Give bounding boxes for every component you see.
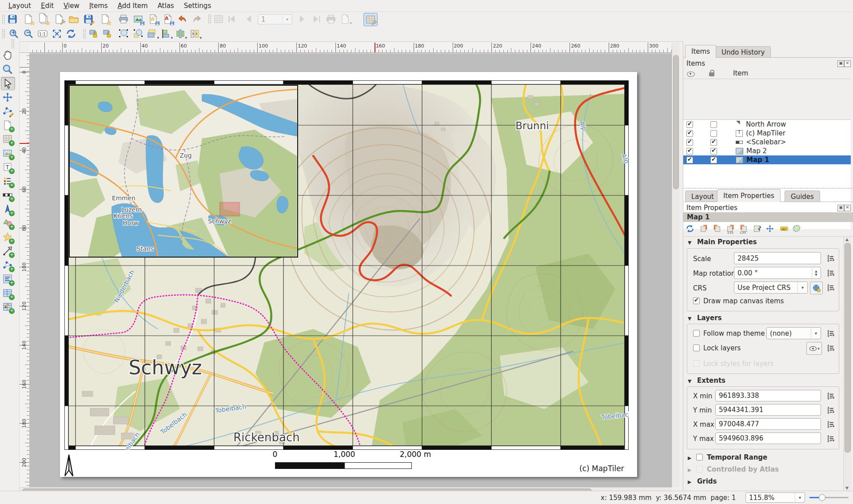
scale-override-button[interactable] — [825, 253, 836, 263]
tab-item-properties[interactable]: Item Properties — [717, 189, 781, 202]
undo-button[interactable] — [175, 13, 188, 25]
toolbar-handle[interactable] — [208, 14, 211, 24]
close-panel-icon[interactable]: ✕ — [844, 60, 851, 67]
xmax-input[interactable]: 970048.477 — [715, 418, 821, 430]
add-north-arrow-tool[interactable]: + — [1, 203, 14, 215]
ymin-input[interactable]: 5944341.391 — [715, 404, 821, 416]
zoom-out-button[interactable]: − — [22, 28, 35, 40]
float-panel-icon[interactable]: ▣ — [837, 205, 844, 211]
properties-scrollbar-thumb[interactable] — [845, 243, 851, 452]
map-rotation-spinbox[interactable]: 0.00 °▲▼ — [734, 267, 821, 279]
save-project-button[interactable] — [6, 13, 19, 25]
align-items-button[interactable]: ▾ — [159, 28, 173, 40]
layout-canvas[interactable]: Schwyz Rickenbach Brunni Tobelbach Tobel… — [29, 53, 672, 487]
ymax-override-button[interactable] — [825, 433, 836, 444]
export-pdf-button[interactable]: A — [161, 13, 175, 25]
add-pages-button[interactable] — [99, 13, 112, 25]
menu-add-item[interactable]: Add Item — [113, 0, 153, 11]
zoom-slider[interactable] — [809, 497, 849, 498]
scroll-down-icon[interactable]: ▼ — [845, 486, 849, 490]
add-picture-tool[interactable]: + — [1, 147, 14, 159]
toolbar-handle[interactable] — [2, 29, 5, 39]
float-panel-icon[interactable]: ▣ — [837, 60, 844, 67]
item-lock-checkbox[interactable] — [710, 148, 717, 155]
zoom-level-combo[interactable]: 115.8%▾ — [745, 492, 805, 503]
toolbar-handle[interactable] — [83, 29, 86, 39]
tab-undo-history[interactable]: Undo History — [715, 46, 771, 58]
add-page-tool[interactable]: + — [1, 119, 14, 131]
zoom-actual-button[interactable]: 1:1 — [36, 28, 49, 40]
add-label-tool[interactable]: T+ — [1, 161, 14, 173]
add-attribute-table-tool[interactable]: + — [1, 287, 14, 299]
items-tree-row[interactable]: North Arrow — [683, 120, 851, 129]
duplicate-layout-button[interactable] — [37, 13, 51, 25]
refresh-map-preview-button[interactable] — [684, 223, 696, 234]
menu-layout[interactable]: Layout — [4, 0, 36, 11]
atlas-previous-feature-button[interactable] — [242, 13, 255, 25]
lock-layers-override-button[interactable] — [825, 343, 836, 353]
redo-button[interactable] — [191, 13, 204, 25]
add-scalebar-tool[interactable]: + — [1, 189, 14, 201]
crs-override-button[interactable] — [825, 282, 836, 293]
main-properties-header[interactable]: Main Properties — [697, 238, 757, 246]
tab-layout[interactable]: Layout — [685, 190, 720, 202]
tab-guides[interactable]: Guides — [785, 190, 820, 202]
select-move-item-tool[interactable] — [1, 77, 15, 90]
theme-override-button[interactable] — [825, 328, 836, 338]
item-lock-checkbox[interactable] — [710, 157, 717, 163]
resize-items-button[interactable]: ▾ — [188, 28, 202, 40]
add-html-tool[interactable]: + — [1, 273, 14, 285]
atlas-settings-button[interactable] — [363, 13, 378, 26]
atlas-first-feature-button[interactable] — [226, 13, 239, 25]
move-item-content-tool[interactable] — [1, 91, 14, 103]
add-fixed-table-tool[interactable]: + — [1, 301, 14, 313]
scale-input[interactable]: 28425 — [734, 252, 821, 264]
preview-atlas-button[interactable] — [212, 13, 225, 25]
item-visibility-checkbox[interactable] — [686, 130, 693, 137]
menu-edit[interactable]: Edit — [36, 0, 59, 11]
new-layout-button[interactable] — [22, 13, 35, 25]
export-image-button[interactable] — [132, 13, 145, 25]
toolbar-handle[interactable] — [12, 39, 15, 49]
layers-header[interactable]: Layers — [697, 314, 722, 322]
print-atlas-button[interactable] — [324, 13, 338, 25]
visible-layers-button[interactable]: ▾ — [806, 342, 822, 355]
atlas-next-feature-button[interactable] — [295, 13, 309, 25]
items-tree-row[interactable]: Map 1 — [683, 155, 851, 164]
xmax-override-button[interactable] — [825, 419, 836, 429]
lock-layers-checkbox[interactable] — [693, 345, 700, 351]
atlas-feature-spinbox[interactable]: 1▾ — [258, 14, 292, 24]
item-lock-checkbox[interactable] — [710, 130, 717, 137]
properties-vertical-scrollbar[interactable]: ▲ ▼ — [843, 237, 851, 491]
collapse-arrow-icon[interactable]: ▼ — [688, 316, 691, 321]
tab-items[interactable]: Items — [685, 45, 716, 58]
item-visibility-checkbox[interactable] — [686, 121, 693, 128]
set-scale-to-canvas-button[interactable]: 1:23 — [725, 223, 737, 234]
unlock-all-items-button[interactable] — [101, 28, 115, 40]
collapse-arrow-icon[interactable]: ▶ — [688, 479, 691, 485]
select-crs-button[interactable] — [810, 282, 823, 294]
close-panel-icon[interactable]: ✕ — [844, 205, 851, 211]
menu-atlas[interactable]: Atlas — [153, 0, 179, 11]
xmin-input[interactable]: 961893.338 — [715, 390, 821, 401]
zoom-full-button[interactable] — [50, 28, 64, 40]
add-arrow-tool[interactable]: + — [1, 245, 14, 257]
add-map-tool[interactable]: + — [1, 133, 14, 145]
menu-settings[interactable]: Settings — [179, 0, 216, 11]
zoom-slider-handle[interactable] — [819, 494, 825, 501]
item-visibility-checkbox[interactable] — [686, 157, 693, 163]
toolbar-handle[interactable] — [2, 14, 5, 24]
add-marker-tool[interactable]: + — [1, 231, 14, 243]
ymin-override-button[interactable] — [825, 405, 836, 415]
map-item-map2[interactable]: Zug Emmen Luzern Kriens Horw Stans Schwy… — [69, 85, 298, 258]
north-arrow-item[interactable] — [61, 452, 76, 479]
lock-selected-items-button[interactable] — [88, 28, 101, 40]
collapse-arrow-icon[interactable]: ▶ — [688, 455, 691, 461]
items-tree-row[interactable]: Map 2 — [683, 147, 851, 155]
scroll-up-icon[interactable]: ▲ — [845, 237, 849, 242]
clipping-settings-button[interactable] — [791, 223, 802, 234]
collapse-arrow-icon[interactable]: ▼ — [688, 378, 691, 384]
ymax-input[interactable]: 5949603.896 — [715, 433, 821, 444]
canvas-vertical-scrollbar[interactable] — [672, 43, 679, 487]
item-visibility-checkbox[interactable] — [686, 139, 693, 146]
